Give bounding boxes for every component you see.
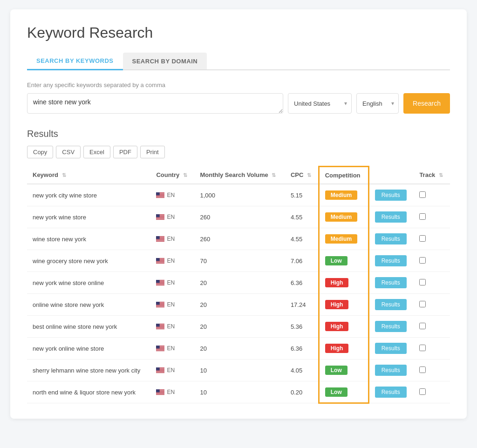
svg-rect-131 xyxy=(156,372,164,372)
svg-rect-129 xyxy=(156,371,164,371)
us-flag-icon xyxy=(156,367,164,373)
cell-keyword: sherry lehmann wine store new york city xyxy=(27,360,150,381)
track-checkbox[interactable] xyxy=(419,235,426,242)
keyword-sort-icon[interactable]: ⇅ xyxy=(62,172,66,178)
tab-search-keywords[interactable]: Search By Keywords xyxy=(27,53,123,70)
results-button[interactable]: Results xyxy=(375,255,407,266)
cell-competition: High xyxy=(319,294,368,316)
results-button[interactable]: Results xyxy=(375,343,407,354)
track-checkbox[interactable] xyxy=(419,388,426,395)
competition-badge: Medium xyxy=(325,190,357,200)
track-sort-icon[interactable]: ⇅ xyxy=(439,172,443,178)
results-section: Results Copy CSV Excel PDF Print Keyword… xyxy=(27,129,450,404)
cell-keyword: new york online wine store xyxy=(27,338,150,360)
svg-rect-25 xyxy=(156,218,164,218)
table-row: new york wine store EN 260 4.55 Medium R… xyxy=(27,206,450,228)
cell-track xyxy=(414,250,450,272)
svg-rect-12 xyxy=(156,197,164,197)
svg-rect-128 xyxy=(156,370,164,371)
csv-button[interactable]: CSV xyxy=(56,146,81,158)
cell-results-action: Results xyxy=(368,250,414,272)
cell-keyword: north end wine & liquor store new york xyxy=(27,381,150,403)
us-flag-icon xyxy=(156,324,164,329)
competition-badge: Low xyxy=(325,366,348,375)
country-select[interactable]: United States United Kingdom Canada Aust… xyxy=(288,93,352,114)
cell-results-action: Results xyxy=(368,316,414,338)
language-select[interactable]: English Spanish French German xyxy=(356,93,399,114)
cell-country: EN xyxy=(150,381,194,403)
volume-sort-icon[interactable]: ⇅ xyxy=(272,172,276,178)
pdf-button[interactable]: PDF xyxy=(113,146,137,158)
results-button[interactable]: Results xyxy=(375,277,407,288)
table-row: wine grocery store new york EN 70 7.06 L… xyxy=(27,250,450,272)
cell-country: EN xyxy=(150,316,194,338)
svg-rect-56 xyxy=(156,262,164,263)
country-sort-icon[interactable]: ⇅ xyxy=(183,172,187,178)
cell-keyword: wine grocery store new york xyxy=(27,250,150,272)
competition-badge: Medium xyxy=(325,212,357,222)
cpc-sort-icon[interactable]: ⇅ xyxy=(307,172,311,178)
svg-rect-132 xyxy=(156,372,164,373)
results-button[interactable]: Results xyxy=(375,299,407,310)
svg-rect-68 xyxy=(156,283,164,283)
cell-cpc: 6.36 xyxy=(285,272,319,294)
track-checkbox[interactable] xyxy=(419,301,426,307)
svg-rect-8 xyxy=(156,195,164,196)
results-button[interactable]: Results xyxy=(375,233,407,244)
svg-rect-119 xyxy=(156,346,160,348)
cell-volume: 10 xyxy=(194,381,285,403)
results-button[interactable]: Results xyxy=(375,190,407,201)
tab-search-domain[interactable]: Search By Domain xyxy=(123,53,207,69)
table-row: sherry lehmann wine store new york city … xyxy=(27,360,450,381)
results-button[interactable]: Results xyxy=(375,321,407,332)
col-header-competition: Competition xyxy=(319,167,368,184)
svg-rect-9 xyxy=(156,196,164,196)
track-checkbox[interactable] xyxy=(419,323,426,329)
svg-rect-59 xyxy=(156,258,160,261)
svg-rect-29 xyxy=(156,214,160,217)
cell-competition: Medium xyxy=(319,184,368,206)
svg-rect-103 xyxy=(156,329,164,329)
svg-rect-14 xyxy=(156,192,160,195)
track-checkbox[interactable] xyxy=(419,257,426,264)
svg-rect-26 xyxy=(156,218,164,219)
svg-rect-23 xyxy=(156,217,164,217)
us-flag-icon xyxy=(156,192,164,198)
track-checkbox[interactable] xyxy=(419,279,426,285)
table-row: north end wine & liquor store new york E… xyxy=(27,381,450,403)
keyword-input[interactable]: wine store new york xyxy=(27,93,283,114)
us-flag-icon xyxy=(156,280,164,285)
cell-keyword: best online wine store new york xyxy=(27,316,150,338)
excel-button[interactable]: Excel xyxy=(83,146,110,158)
track-checkbox[interactable] xyxy=(419,191,426,198)
results-button[interactable]: Results xyxy=(375,387,407,398)
us-flag-icon xyxy=(156,236,164,242)
track-checkbox[interactable] xyxy=(419,345,426,351)
track-checkbox[interactable] xyxy=(419,213,426,220)
col-header-cpc: CPC ⇅ xyxy=(285,167,319,184)
main-card: Keyword Research Search By Keywords Sear… xyxy=(10,9,467,419)
svg-rect-55 xyxy=(156,262,164,262)
cell-track xyxy=(414,272,450,294)
research-button[interactable]: Research xyxy=(403,93,450,114)
cell-volume: 260 xyxy=(194,228,285,250)
cell-volume: 20 xyxy=(194,316,285,338)
cell-keyword: online wine store new york xyxy=(27,294,150,316)
us-flag-icon xyxy=(156,258,164,264)
svg-rect-117 xyxy=(156,350,164,351)
cell-keyword: new york wine store xyxy=(27,206,150,228)
cell-track xyxy=(414,294,450,316)
svg-rect-143 xyxy=(156,392,164,393)
svg-rect-42 xyxy=(156,241,164,241)
table-row: online wine store new york EN 20 17.24 H… xyxy=(27,294,450,316)
cell-country: EN xyxy=(150,184,194,206)
results-button[interactable]: Results xyxy=(375,365,407,376)
svg-rect-44 xyxy=(156,236,160,239)
track-checkbox[interactable] xyxy=(419,367,426,373)
competition-badge: High xyxy=(325,322,349,331)
col-header-results xyxy=(368,167,414,184)
print-button[interactable]: Print xyxy=(140,146,165,158)
cell-results-action: Results xyxy=(368,360,414,381)
copy-button[interactable]: Copy xyxy=(27,146,53,158)
results-button[interactable]: Results xyxy=(375,211,407,223)
